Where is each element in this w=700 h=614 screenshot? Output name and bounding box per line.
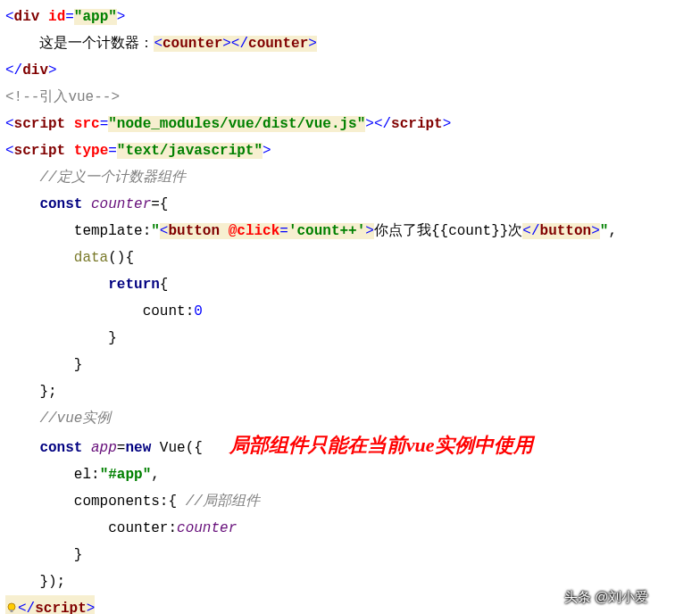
code-line: data(){ — [5, 245, 695, 271]
code-line: const app=new Vue({局部组件只能在当前vue实例中使用 — [5, 432, 695, 461]
code-line: return{ — [5, 271, 695, 298]
code-line: }; — [5, 378, 695, 405]
code-line: </div> — [5, 57, 695, 84]
svg-rect-1 — [11, 610, 13, 612]
code-line: const counter={ — [5, 191, 695, 218]
svg-point-0 — [8, 603, 15, 610]
code-line: <script src="node_modules/vue/dist/vue.j… — [5, 111, 695, 137]
lightbulb-icon — [5, 597, 18, 614]
code-line: //定义一个计数器组件 — [5, 164, 695, 191]
code-line: } — [5, 542, 695, 568]
code-line: } — [5, 352, 695, 378]
code-block: <div id="app"> 这是一个计数器：<counter></counte… — [5, 4, 695, 614]
watermark: 头条 @刘小爱 — [564, 584, 648, 610]
code-line: count:0 — [5, 298, 695, 325]
code-line: <!--引入vue--> — [5, 84, 695, 111]
annotation-text: 局部组件只能在当前vue实例中使用 — [229, 432, 533, 459]
code-line: el:"#app", — [5, 461, 695, 488]
code-line: } — [5, 325, 695, 352]
code-line: </script> — [5, 595, 95, 614]
code-line: 这是一个计数器：<counter></counter> — [5, 30, 695, 57]
code-line: <script type="text/javascript"> — [5, 137, 695, 164]
code-line: <div id="app"> — [5, 4, 695, 30]
code-line: template:"<button @click='count++'>你点了我{… — [5, 218, 695, 245]
code-line: components:{ //局部组件 — [5, 488, 695, 515]
code-line: //vue实例 — [5, 405, 695, 432]
code-line: counter:counter — [5, 515, 695, 542]
